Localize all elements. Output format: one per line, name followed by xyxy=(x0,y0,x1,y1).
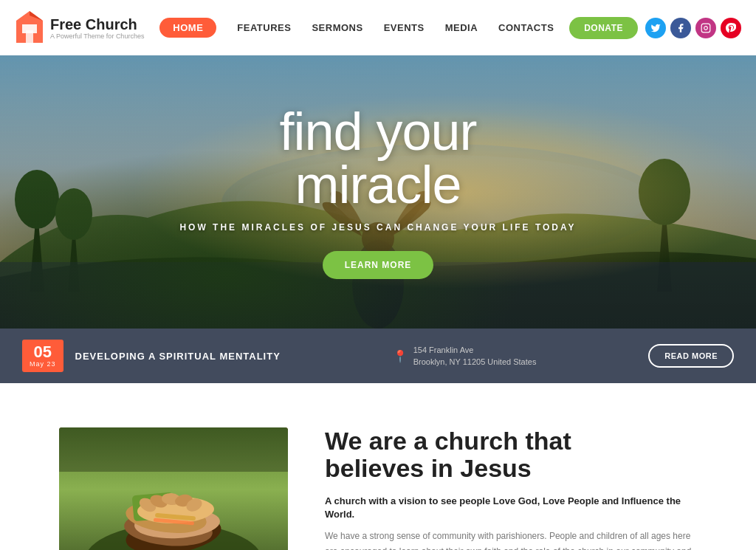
event-middle: 📍 154 Franklin Ave Brooklyn, NY 11205 Un… xyxy=(393,344,537,368)
twitter-icon[interactable] xyxy=(645,18,666,38)
event-day: 05 xyxy=(30,344,56,360)
about-content: We are a church that believes in Jesus A… xyxy=(325,427,697,550)
about-heading-line2: believes in Jesus xyxy=(325,454,532,482)
event-address: 154 Franklin Ave Brooklyn, NY 11205 Unit… xyxy=(413,344,537,368)
about-tagline: A church with a vision to see people Lov… xyxy=(325,495,697,521)
address-line2: Brooklyn, NY 11205 United States xyxy=(413,356,537,368)
svg-rect-4 xyxy=(701,24,710,32)
location-icon: 📍 xyxy=(393,349,408,363)
about-heading-line1: We are a church that xyxy=(325,427,571,455)
logo-tagline: A Powerful Theme for Churches xyxy=(50,32,144,40)
pinterest-icon[interactable] xyxy=(721,18,741,38)
main-nav: HOME FEATURES SERMONS EVENTS MEDIA CONTA… xyxy=(159,18,554,38)
header-right: DONATE xyxy=(569,17,741,39)
event-left: 05 May 23 DEVELOPING A SPIRITUAL MENTALI… xyxy=(22,340,281,372)
nav-events[interactable]: EVENTS xyxy=(384,22,425,33)
event-month: May 23 xyxy=(30,360,56,368)
hands-image xyxy=(59,427,288,550)
instagram-icon[interactable] xyxy=(695,18,716,38)
address-line1: 154 Franklin Ave xyxy=(413,344,537,357)
facebook-icon[interactable] xyxy=(670,18,691,38)
nav-home[interactable]: HOME xyxy=(159,18,216,38)
logo-icon xyxy=(15,10,44,47)
hero-subtitle: HOW THE MIRACLES OF JESUS CAN CHANGE YOU… xyxy=(179,222,576,233)
event-banner: 05 May 23 DEVELOPING A SPIRITUAL MENTALI… xyxy=(0,329,756,383)
hero-title-line1: find your xyxy=(279,102,476,161)
about-heading: We are a church that believes in Jesus xyxy=(325,427,697,483)
event-date-box: 05 May 23 xyxy=(22,340,63,372)
about-body: We have a strong sense of community with… xyxy=(325,529,697,550)
hero-title: find your miracle xyxy=(179,105,576,211)
logo[interactable]: Free Church A Powerful Theme for Churche… xyxy=(15,10,144,47)
learn-more-button[interactable]: LEARN MORE xyxy=(323,251,434,279)
logo-title: Free Church xyxy=(50,16,144,32)
main-header: Free Church A Powerful Theme for Churche… xyxy=(0,0,756,55)
donate-button[interactable]: DONATE xyxy=(569,17,638,39)
hero-title-line2: miracle xyxy=(295,155,461,214)
nav-sermons[interactable]: SERMONS xyxy=(312,22,362,33)
about-image xyxy=(59,427,288,550)
logo-text: Free Church A Powerful Theme for Churche… xyxy=(50,16,144,40)
nav-features[interactable]: FEATURES xyxy=(237,22,291,33)
social-icons xyxy=(645,18,741,38)
about-section: We are a church that believes in Jesus A… xyxy=(0,383,756,550)
svg-rect-32 xyxy=(59,427,288,472)
hero-section: find your miracle HOW THE MIRACLES OF JE… xyxy=(0,55,756,329)
svg-rect-3 xyxy=(22,24,37,33)
read-more-button[interactable]: READ MORE xyxy=(648,344,734,368)
hero-content: find your miracle HOW THE MIRACLES OF JE… xyxy=(179,105,576,279)
nav-contacts[interactable]: CONTACTS xyxy=(498,22,554,33)
event-title: DEVELOPING A SPIRITUAL MENTALITY xyxy=(75,351,281,362)
nav-media[interactable]: MEDIA xyxy=(445,22,478,33)
